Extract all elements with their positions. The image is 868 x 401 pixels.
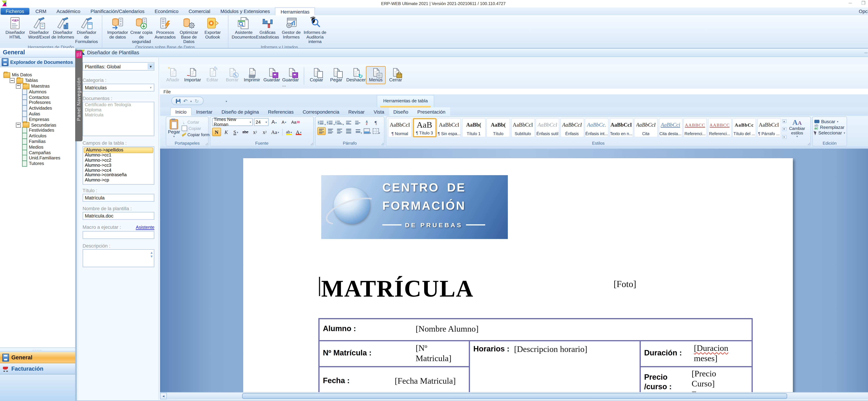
tree-item-profesores[interactable]: Profesores (0, 100, 75, 106)
tree-item-empresas[interactable]: Empresas (0, 116, 75, 122)
documentos-item[interactable]: Diploma (83, 108, 154, 113)
style-enfasis[interactable]: AaBbCcIÉnfasis (560, 118, 584, 137)
asistente-link[interactable]: Asistente (136, 225, 154, 230)
align-left-button[interactable] (317, 127, 326, 135)
exportar-outlook-button[interactable]: Exportar Outlook (201, 16, 224, 40)
table-cell-num-matricula[interactable]: Nº Matrícula : [Nº Matricula] (319, 341, 469, 367)
style-titulo-3[interactable]: AaB¶ Título 3 (412, 118, 436, 137)
style-titulo-1[interactable]: AaBb(Título 1 (462, 118, 486, 137)
style-cita-desta[interactable]: AaBbCciCita desta... (658, 118, 682, 137)
imprimir-button[interactable]: Imprimir (242, 66, 262, 84)
disenador-html-button[interactable]: <a>Diseñador HTML (3, 16, 27, 40)
disenador-de-informes-button[interactable]: Diseñador de Informes (51, 16, 75, 40)
tree-item-alumnos[interactable]: Alumnos (0, 89, 75, 95)
style-texto-en-n[interactable]: AaBbCcITexto en n... (609, 118, 633, 137)
word-tab-insertar[interactable]: Insertar (192, 107, 217, 116)
guardar-button[interactable]: Guardar (262, 66, 282, 84)
undo-icon[interactable]: ↶ (183, 98, 187, 104)
procesos-avanzados-button[interactable]: Procesos Avanzados (153, 16, 177, 40)
multilevel-list-button[interactable]: ▾ (335, 119, 344, 127)
subscript-button[interactable]: x2 (250, 128, 259, 136)
importar-button[interactable]: ~Importar (183, 66, 203, 84)
categoria-combo[interactable]: Matriculas ▼ (83, 83, 155, 92)
importador-de-datos-button[interactable]: Importador de datos (106, 16, 129, 40)
menus-button[interactable]: Menús (366, 66, 386, 84)
documentos-list[interactable]: Certificado en TeologíaDiplomaMatrícula (83, 102, 155, 136)
font-color-button[interactable]: A▾ (294, 128, 303, 136)
titulo-field[interactable]: Matrícula (83, 194, 155, 202)
guardar-button[interactable]: Guardar ... (282, 66, 301, 89)
style-sin-espa[interactable]: AaBbCcI¶ Sin espa... (437, 118, 461, 137)
spin-down-icon[interactable]: ▼ (150, 255, 153, 258)
dialog-launcher-icon[interactable]: ◿ (381, 142, 383, 145)
gallery-up-icon[interactable]: ▲ (782, 119, 786, 123)
style-enfasis-int[interactable]: AaBbCc.Énfasis int... (585, 118, 609, 137)
foto-placeholder[interactable]: [Foto] (614, 279, 636, 289)
font-family-select[interactable]: Times New Roman ▾ (212, 118, 253, 126)
qat-customize-icon[interactable]: ▾ (226, 99, 227, 103)
tree-item-unid-familiares[interactable]: Unid.Familiares (0, 156, 75, 161)
align-center-button[interactable] (327, 127, 335, 135)
nombre-plantilla-field[interactable]: Matricula.doc (83, 212, 155, 220)
tree-item-familias[interactable]: Familias (0, 139, 75, 144)
tree-item-contactos[interactable]: Contactos (0, 95, 75, 100)
crear-copia-de-seguridad-button[interactable]: Crear copia de seguridad (129, 16, 153, 44)
descripcion-field[interactable]: ▲ ▼ (83, 249, 155, 267)
align-right-button[interactable] (335, 127, 344, 135)
tree-item-tablas[interactable]: Tablas (0, 78, 75, 83)
underline-button[interactable]: S▾ (231, 128, 240, 136)
menu-tab-modulos-y-extensiones[interactable]: Módulos y Extensiones (215, 7, 275, 15)
tree-expander-icon[interactable] (9, 78, 14, 83)
campos-item[interactable]: Alumno->cc1 (83, 153, 154, 158)
table-cell-fecha[interactable]: Fecha : [Fecha Matricula] (319, 367, 469, 393)
sidebar-footer-facturacion[interactable]: Facturación (0, 363, 75, 375)
sidebar-footer-general[interactable]: General (0, 352, 75, 363)
word-tab-referencias[interactable]: Referencias (264, 107, 298, 116)
numbered-list-button[interactable]: ▾ (327, 119, 335, 127)
word-tab-revisar[interactable]: Revisar (344, 107, 369, 116)
navigation-panel-tab[interactable]: Panel Navegación (75, 50, 83, 141)
templates-combo[interactable]: Plantillas: Global ▼ (83, 62, 155, 71)
highlight-button[interactable]: ab▾ (284, 128, 293, 136)
menu-tab-economico[interactable]: Económico (150, 7, 184, 15)
style-cita[interactable]: AaBbCcICita (634, 118, 658, 137)
menu-tab-ficheros[interactable]: Ficheros (1, 8, 29, 15)
dialog-launcher-icon[interactable]: ◿ (311, 142, 313, 145)
reemplazar-button[interactable]: abacReemplazar (814, 124, 845, 130)
word-tab-correspondencia[interactable]: Correspondencia (298, 107, 344, 116)
superscript-button[interactable]: x2 (260, 128, 269, 136)
menu-tab-crm[interactable]: CRM (30, 7, 52, 15)
save-icon[interactable] (176, 99, 180, 103)
deshacer-button[interactable]: ↻Deshacer (346, 66, 366, 84)
show-paragraph-marks-button[interactable]: ¶ (372, 119, 380, 127)
style-referenci[interactable]: AABBCCReferenci... (708, 118, 732, 137)
redo-icon[interactable]: ↻ (195, 98, 199, 104)
style-enfasis-sutil[interactable]: AaBbCcIÉnfasis sutil (535, 118, 559, 137)
increase-indent-button[interactable] (353, 119, 362, 127)
word-tab-diseno-de-pagina[interactable]: Diseño de página (217, 107, 264, 116)
tree-item-maestras[interactable]: Maestras (0, 83, 75, 89)
tree-expander-icon[interactable] (16, 83, 21, 89)
table-row-alumno[interactable]: Alumno : [Nombre Alumno] (319, 319, 752, 341)
tree-item-tutores[interactable]: Tutores (0, 161, 75, 167)
restore-icon[interactable]: ❒ (861, 1, 865, 6)
style-parrafo[interactable]: AaBbCcI¶ Párrafo ... (757, 118, 781, 137)
disenador-word-excel-button[interactable]: Diseñador Word/Excel (27, 16, 51, 40)
asistente-documentos-button[interactable]: Asistente Documentos (232, 16, 256, 40)
campos-list[interactable]: Alumno->apellidosAlumno->cc1Alumno->cc2A… (83, 146, 155, 185)
word-tab-inicio[interactable]: Inicio (170, 107, 192, 116)
campos-item-selected[interactable]: Alumno->apellidos (84, 147, 153, 153)
tree-item-actividades[interactable]: Actividades (0, 105, 75, 111)
tree-item-festividades[interactable]: Festividades (0, 128, 75, 133)
matricula-table[interactable]: Alumno : [Nombre Alumno] Nº Matrícula : … (318, 318, 753, 393)
options-menu[interactable]: Opciones ▾ (859, 7, 868, 15)
document-page[interactable]: CENTRO DE FORMACIÓN DE PRUEBAS MATRÍCULA… (243, 158, 793, 393)
style-subtitulo[interactable]: AaBbCcISubtítulo (511, 118, 535, 137)
line-spacing-button[interactable]: ▾ (353, 127, 362, 135)
seleccionar-button[interactable]: Seleccionar▾ (814, 130, 845, 136)
campos-item[interactable]: Alumno->cc3 (83, 163, 154, 168)
table-cell-duracion[interactable]: Duración : [Duracion meses] (641, 341, 751, 367)
dialog-launcher-icon[interactable]: ◿ (205, 142, 208, 145)
undo-dropdown-icon[interactable]: ▾ (190, 99, 192, 103)
disenador-de-formularios-button[interactable]: Diseñador de Formularios (75, 16, 98, 44)
